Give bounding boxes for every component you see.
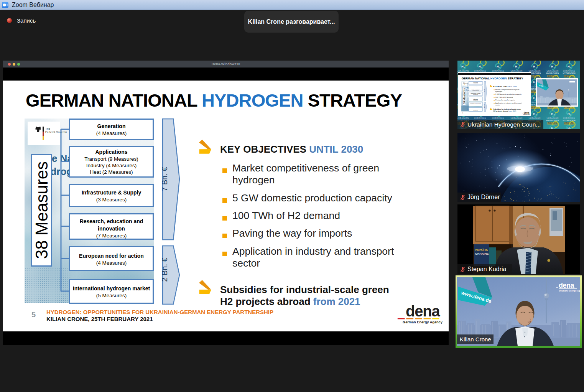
svg-text:German Energy Agency: German Energy Agency [403,320,443,324]
svg-text:German Energy Agency: German Energy Agency [523,114,530,115]
svg-text:Deutsche Energie-Agentur: Deutsche Energie-Agentur [559,290,580,292]
svg-text:dena: dena [524,111,530,114]
svg-text:dena: dena [406,303,441,320]
svg-text:dena: dena [559,282,575,289]
